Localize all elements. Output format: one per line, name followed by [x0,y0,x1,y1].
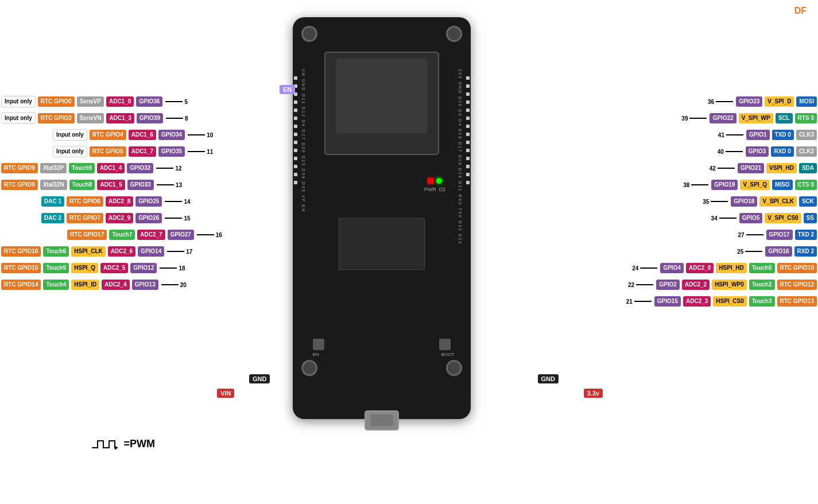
line-gpio16 [745,251,762,252]
num-16: 16 [216,232,222,238]
line-gpio33 [157,184,174,185]
badge-touch0: Touch0 [749,263,775,273]
badge-touch6: Touch6 [43,246,69,257]
badge-gpio16: GPIO16 [765,246,792,257]
gnd-left-badge: GND [249,374,270,383]
pin-row-gpio27: RTC GPIO17 Touch7 ADC2_7 GPIO27 16 [0,228,222,242]
badge-miso: MISO [772,180,793,190]
badge-xtal32p: Xtal32P [40,163,67,173]
pwr-text: PWR [424,187,436,192]
pin-row-gpio12: RTC GPIO15 Touch5 HSPI_Q ADC2_5 GPIO12 1… [0,261,222,275]
btn-en[interactable] [313,339,324,350]
pin-row-gpio25: DAC 1 RTC GPIO6 ADC2_8 GPIO25 14 [0,195,222,208]
badge-dac2: DAC 2 [41,213,64,223]
num-12: 12 [175,165,181,172]
pin-row-gpio39: Input only RTC GPIO3 SensVN ADC1_3 GPIO3… [0,111,222,125]
pin-row-gpio16: RXD 2 GPIO16 25 [626,245,818,258]
badge-adc2-5: ADC2_5 [100,263,128,273]
badge-adc1-4: ADC1_4 [97,163,125,173]
badge-hspi-clk: HSPI_CLK [71,246,105,257]
line-gpio5 [719,218,736,219]
rnum-27: 27 [738,232,744,238]
badge-rtc-gpio13: RTC GPIO13 [777,296,817,307]
badge-rtc-gpio4: RTC GPIO4 [90,130,126,140]
badge-sensvp: SensVP [77,96,104,107]
mount-hole-bl [301,360,317,376]
wifi-module [324,52,439,155]
rnum-41: 41 [718,132,724,138]
line-gpio27 [197,234,214,235]
badge-rtc-gpio10: RTC GPIO10 [777,263,817,273]
badge-rtc-gpio12: RTC GPIO12 [777,280,817,290]
badge-rxd2: RXD 2 [794,246,817,257]
rnum-36: 36 [708,99,714,105]
line-gpio36 [165,101,183,102]
badge-gpio26: GPIO26 [135,213,162,223]
line-gpio14 [167,251,184,252]
svg-marker-0 [115,445,118,450]
badge-rtc-gpio7: RTC GPIO7 [67,213,103,223]
badge-gpio34: GPIO34 [158,130,185,140]
badge-touch9: Touch9 [69,163,95,173]
main-ic [339,218,425,270]
badge-gpio2: GPIO2 [656,280,680,290]
badge-adc2-7: ADC2_7 [137,230,165,240]
badge-txd0: TXD 0 [772,130,794,140]
line-gpio25 [165,201,182,202]
num-18: 18 [179,265,185,272]
num-8: 8 [185,115,188,122]
rnum-39: 39 [681,115,688,122]
badge-touch4: Touch4 [43,280,69,290]
pwm-text: =PWM [124,438,156,449]
badge-rtc-gpio0: RTC GPIO0 [38,96,75,107]
pin-row-gpio19: CTS 0 MISO V_SPI_Q GPIO19 38 [626,178,818,192]
line-gpio32 [156,168,173,169]
num-14: 14 [184,199,190,205]
mount-hole-tl [301,26,317,42]
badge-input-only-4: Input only [53,146,87,157]
btn-en-label: EN [308,352,324,357]
badge-gpio21: GPIO21 [738,163,764,173]
pin-row-gpio3: CLK2 RXD 0 GPIO3 40 [626,145,818,158]
left-pins-container: Input only RTC GPIO0 SensVP ADC1_0 GPIO3… [0,95,222,294]
badge-adc2-3: ADC2_3 [683,296,711,307]
line-gpio18 [711,201,728,202]
brand-label: DF [794,6,807,16]
pin-row-gpio18: SCK V_SPI_CLK GPIO18 35 [626,195,818,208]
badge-adc2-8: ADC2_8 [106,196,133,207]
badge-touch5: Touch5 [43,263,69,273]
badge-gpio3: GPIO3 [746,146,769,157]
badge-rtc-gpio16: RTC GPIO16 [1,246,41,257]
badge-input-only-1: Input only [1,96,36,107]
line-gpio4 [640,267,657,269]
badge-gpio23: GPIO23 [736,96,762,107]
line-gpio13 [161,284,179,285]
badge-gpio32: GPIO32 [127,163,153,173]
badge-gpio22: GPIO22 [710,113,736,123]
badge-gpio18: GPIO18 [731,196,757,207]
rnum-42: 42 [710,165,716,172]
badge-gpio35: GPIO35 [158,146,185,157]
rnum-38: 38 [683,182,689,188]
right-pins-container: MOSI V_SPI_D GPIO23 36 RTS 0 SCL V_SPI_W… [626,95,818,311]
wifi-module-inner [336,59,428,133]
badge-gpio1: GPIO1 [746,130,770,140]
badge-txd2: TXD 2 [795,230,817,240]
line-gpio17 [746,234,763,235]
board-pin-labels-right: 3V3 GND D15 D2 D4 D16 D17 D18 D19 D21 RX… [458,69,462,356]
badge-hspi-hd: HSPI_HD [716,263,746,273]
badge-hspi-q: HSPI_Q [71,263,98,273]
btn-boot[interactable] [439,339,451,350]
badge-scl: SCL [776,113,793,123]
badge-gpio25: GPIO25 [135,196,162,207]
badge-sck: SCK [799,196,817,207]
usb-port[interactable] [365,410,399,431]
board-pin-labels-left: VN GND D13 D12 D4 D27 D26 D25 D34 D35 VP… [301,69,305,356]
badge-rtc-gpio6: RTC GPIO6 [67,196,103,207]
rnum-40: 40 [718,149,724,155]
badge-gpio15: GPIO15 [654,296,681,307]
badge-input-only-2: Input only [1,113,36,124]
badge-gpio39: GPIO39 [137,113,163,123]
badge-gpio36: GPIO36 [136,96,162,107]
badge-rtc-gpio3: RTC GPIO3 [38,113,75,123]
